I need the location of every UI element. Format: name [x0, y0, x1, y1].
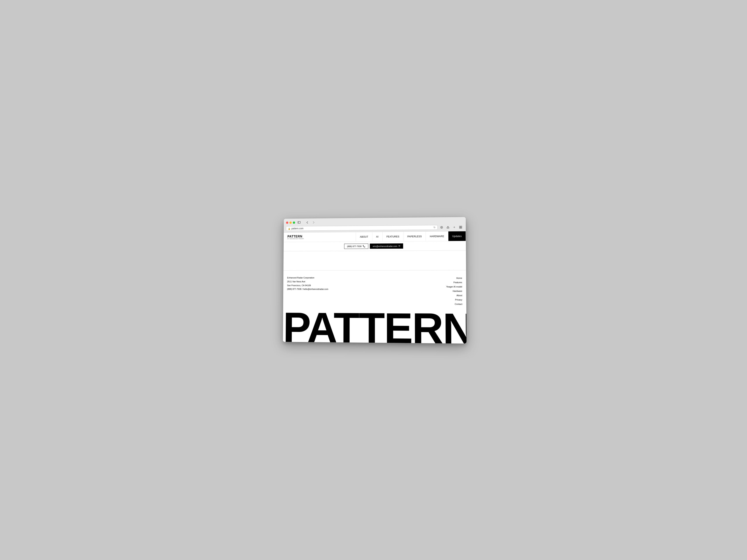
contact-section: (888) 877-7938 📞 eric@enhancedradar.com …: [284, 241, 466, 251]
nav-link-hardware[interactable]: HARDWARE: [426, 231, 448, 241]
reload-button[interactable]: ↻: [433, 226, 435, 229]
site-logo[interactable]: PATTERN BY ENHANCED RADAR: [284, 235, 308, 239]
browser-window: 🔒 pattern.com ↻ + PATTERN: [283, 217, 466, 344]
footer-address-line1: 2511 Van Ness Ave: [287, 280, 328, 284]
email-button[interactable]: eric@enhancedradar.com ✉: [370, 243, 403, 249]
nav-link-about[interactable]: ABOUT: [356, 232, 372, 241]
email-icon: ✉: [398, 245, 400, 247]
footer-email: hello@enhancedradar.com: [303, 288, 328, 290]
browser-chrome: 🔒 pattern.com ↻ +: [284, 217, 466, 233]
site-navigation: PATTERN BY ENHANCED RADAR ABOUT AI FEATU…: [284, 231, 466, 242]
phone-icon: 📞: [363, 245, 365, 247]
footer-phone: (888) 877-7938: [287, 288, 302, 290]
minimize-button[interactable]: [289, 221, 292, 224]
lock-icon: 🔒: [288, 228, 290, 230]
footer-link-hardware[interactable]: Hardware: [446, 289, 462, 293]
footer-link-features[interactable]: Features: [446, 280, 462, 285]
content-spacer: [283, 250, 466, 270]
footer-right: Home Features Yeager AI model Hardware A…: [446, 276, 462, 306]
share-button[interactable]: [445, 225, 451, 230]
url-text: pattern.com: [291, 227, 304, 230]
svg-rect-5: [460, 226, 460, 227]
svg-rect-6: [461, 226, 462, 227]
forward-button[interactable]: [311, 220, 316, 224]
footer-link-about[interactable]: About: [446, 293, 462, 298]
maximize-button[interactable]: [293, 221, 295, 224]
footer-link-contact[interactable]: Contact: [446, 302, 462, 306]
nav-link-features[interactable]: FEATURES: [383, 232, 404, 241]
site-footer: Enhanced Radar Corporation 2511 Van Ness…: [283, 270, 466, 312]
website-content: PATTERN BY ENHANCED RADAR ABOUT AI FEATU…: [283, 231, 466, 344]
extensions-button[interactable]: [458, 225, 464, 229]
footer-link-privacy[interactable]: Privacy: [446, 297, 462, 302]
browser-controls: [305, 220, 316, 224]
contact-buttons: (888) 877-7938 📞 eric@enhancedradar.com …: [287, 243, 462, 249]
svg-rect-7: [460, 228, 460, 229]
footer-contact-line: (888) 877-7938 / hello@enhancedradar.com: [287, 287, 328, 291]
phone-number: (888) 877-7938: [347, 245, 362, 247]
footer-left: Enhanced Radar Corporation 2511 Van Ness…: [287, 276, 328, 306]
phone-button[interactable]: (888) 877-7938 📞: [344, 244, 368, 249]
sidebar-toggle-button[interactable]: [297, 220, 302, 225]
new-tab-button[interactable]: +: [452, 225, 457, 230]
nav-link-paperless[interactable]: PAPERLESS: [404, 232, 426, 241]
nav-links: ABOUT AI FEATURES PAPERLESS HARDWARE Upd…: [356, 231, 466, 242]
address-bar[interactable]: 🔒 pattern.com ↻: [286, 225, 438, 231]
nav-link-ai[interactable]: AI: [372, 232, 383, 241]
footer-company-name: Enhanced Radar Corporation: [287, 276, 328, 280]
footer-address-line2: San Francisco, CA 94109: [287, 284, 328, 287]
traffic-lights: [286, 221, 295, 224]
close-button[interactable]: [286, 221, 288, 224]
footer-link-home[interactable]: Home: [446, 276, 462, 280]
nav-link-updates[interactable]: Updates: [448, 231, 466, 241]
footer-link-yeager[interactable]: Yeager AI model: [446, 285, 462, 289]
giant-pattern-text: PATTERN: [283, 311, 466, 344]
logo-sub-text: BY ENHANCED RADAR: [287, 238, 304, 239]
back-button[interactable]: [305, 220, 310, 224]
email-address: eric@enhancedradar.com: [373, 245, 397, 247]
browser-action-buttons: +: [439, 225, 463, 230]
giant-pattern-section: PATTERN: [283, 311, 466, 344]
download-button[interactable]: [439, 225, 444, 230]
svg-rect-8: [461, 228, 462, 229]
logo-main-text: PATTERN: [287, 235, 304, 238]
svg-rect-0: [298, 221, 301, 223]
